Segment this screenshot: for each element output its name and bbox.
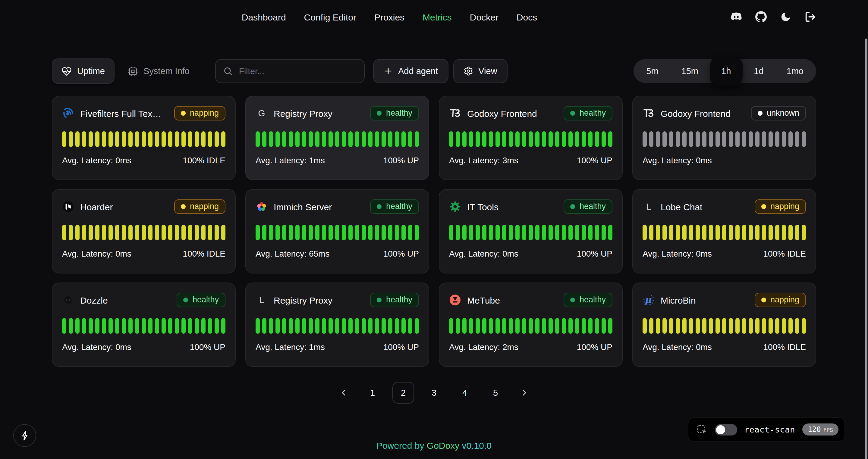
service-card-godoxy-frontend[interactable]: Godoxy FrontendunknownAvg. Latency: 0ms xyxy=(632,96,816,180)
uptime-bar xyxy=(381,131,386,147)
uptime-bar xyxy=(401,318,406,334)
view-button[interactable]: View xyxy=(453,59,507,83)
tab-uptime[interactable]: Uptime xyxy=(52,59,115,84)
logout-icon[interactable] xyxy=(805,11,816,23)
lightning-icon xyxy=(20,430,30,440)
letter-G-icon: G xyxy=(255,107,268,119)
uptime-bar xyxy=(649,131,653,147)
uptime-bars xyxy=(643,225,806,240)
uptime-bar xyxy=(128,225,133,240)
uptime-bar xyxy=(375,225,379,240)
uptime-bar xyxy=(456,225,460,240)
scrollbar-thumb[interactable] xyxy=(865,38,867,459)
uptime-bar xyxy=(575,131,579,147)
uptime-bar xyxy=(388,225,393,240)
letter-L-icon: L xyxy=(643,201,655,212)
uptime-bar xyxy=(142,225,146,240)
service-card-immich-server[interactable]: Immich ServerhealthyAvg. Latency: 65ms10… xyxy=(245,189,429,273)
uptime-bars xyxy=(255,225,419,240)
uptime-bar xyxy=(715,225,720,240)
uptime-bar xyxy=(582,318,586,334)
nav-item-proxies[interactable]: Proxies xyxy=(374,12,404,22)
uptime-bars xyxy=(62,318,225,334)
uptime-bar xyxy=(601,318,606,334)
quick-actions-button[interactable] xyxy=(13,424,36,447)
uptime-percent: 100% IDLE xyxy=(763,342,806,352)
service-card-microbin[interactable]: µMicroBinnappingAvg. Latency: 0ms100% ID… xyxy=(632,283,816,367)
microbin-icon: µ xyxy=(643,294,655,306)
page-button-2[interactable]: 2 xyxy=(393,382,414,403)
nav-item-metrics[interactable]: Metrics xyxy=(423,12,452,22)
page-button-5[interactable]: 5 xyxy=(485,382,506,403)
inspect-icon[interactable] xyxy=(696,424,708,435)
uptime-bar xyxy=(656,318,660,334)
uptime-bar xyxy=(709,318,713,334)
service-card-godoxy-frontend[interactable]: Godoxy FrontendhealthyAvg. Latency: 3ms1… xyxy=(439,96,623,180)
uptime-bar xyxy=(69,318,73,334)
discord-icon[interactable] xyxy=(731,11,742,23)
svg-text:L: L xyxy=(646,201,651,211)
time-range-15m[interactable]: 15m xyxy=(670,59,710,83)
uptime-bar xyxy=(535,225,539,240)
uptime-bar xyxy=(342,318,346,334)
uptime-bar xyxy=(135,318,139,334)
fps-badge: 120 FPS xyxy=(802,423,838,435)
time-range-1d[interactable]: 1d xyxy=(742,59,775,83)
uptime-bar xyxy=(342,131,346,147)
nav-item-docker[interactable]: Docker xyxy=(470,12,498,22)
uptime-bar xyxy=(702,318,707,334)
card-header: MeTubehealthy xyxy=(449,292,613,308)
page-button-4[interactable]: 4 xyxy=(454,382,475,403)
service-card-fivefilters-full-tex[interactable]: Fivefilters Full Tex…nappingAvg. Latency… xyxy=(52,96,236,180)
uptime-bar xyxy=(135,225,139,240)
filter-input[interactable] xyxy=(238,66,356,76)
service-name: MeTube xyxy=(467,295,500,305)
time-range-1mo[interactable]: 1mo xyxy=(775,59,815,83)
react-scan-toggle[interactable] xyxy=(715,424,737,435)
uptime-bar xyxy=(188,131,192,147)
service-name: Fivefilters Full Tex… xyxy=(80,108,161,118)
service-card-lobe-chat[interactable]: LLobe ChatnappingAvg. Latency: 0ms100% I… xyxy=(632,189,816,273)
service-card-hoarder[interactable]: HoardernappingAvg. Latency: 0ms100% IDLE xyxy=(52,189,236,273)
page-button-1[interactable]: 1 xyxy=(362,382,383,403)
service-card-registry-proxy[interactable]: GRegistry ProxyhealthyAvg. Latency: 1ms1… xyxy=(245,96,429,180)
dark-mode-toggle[interactable] xyxy=(780,11,792,23)
github-icon[interactable] xyxy=(755,11,767,23)
uptime-bar xyxy=(142,318,146,334)
add-agent-button[interactable]: Add agent xyxy=(373,59,448,83)
version-text: v0.10.0 xyxy=(462,440,492,451)
filter-box xyxy=(215,59,364,83)
letter-L-icon: L xyxy=(255,294,268,306)
nav-item-dashboard[interactable]: Dashboard xyxy=(242,12,286,22)
uptime-bar xyxy=(102,225,106,240)
uptime-bars xyxy=(449,225,613,240)
uptime-bar xyxy=(516,318,520,334)
brand-link[interactable]: GoDoxy xyxy=(427,440,459,451)
top-icon-buttons xyxy=(731,11,816,23)
avg-latency: Avg. Latency: 2ms xyxy=(449,342,518,352)
tab-system-info[interactable]: System Info xyxy=(118,59,199,84)
service-card-it-tools[interactable]: IT ToolshealthyAvg. Latency: 0ms100% UP xyxy=(439,189,623,273)
uptime-bars xyxy=(255,131,419,147)
uptime-bar xyxy=(555,225,559,240)
uptime-bar xyxy=(75,318,80,334)
chevron-right-icon[interactable] xyxy=(516,382,533,403)
chevron-left-icon[interactable] xyxy=(335,382,352,403)
service-card-metube[interactable]: MeTubehealthyAvg. Latency: 2ms100% UP xyxy=(439,283,623,367)
nav-item-docs[interactable]: Docs xyxy=(517,12,537,22)
status-dot-icon xyxy=(761,204,766,209)
uptime-bar xyxy=(782,131,786,147)
uptime-bar xyxy=(608,131,613,147)
time-range-5m[interactable]: 5m xyxy=(635,59,670,83)
nav-item-config-editor[interactable]: Config Editor xyxy=(304,12,356,22)
uptime-bar xyxy=(529,225,533,240)
card-footer: Avg. Latency: 0ms100% IDLE xyxy=(62,249,225,258)
uptime-bar xyxy=(562,225,566,240)
time-range-1h[interactable]: 1h xyxy=(710,57,742,86)
uptime-bar xyxy=(115,318,119,334)
service-card-registry-proxy[interactable]: LRegistry ProxyhealthyAvg. Latency: 1ms1… xyxy=(245,283,429,367)
add-agent-label: Add agent xyxy=(398,66,438,76)
service-card-dozzle[interactable]: DozzlehealthyAvg. Latency: 0ms100% UP xyxy=(52,283,236,367)
uptime-bar xyxy=(462,318,467,334)
page-button-3[interactable]: 3 xyxy=(423,382,445,403)
